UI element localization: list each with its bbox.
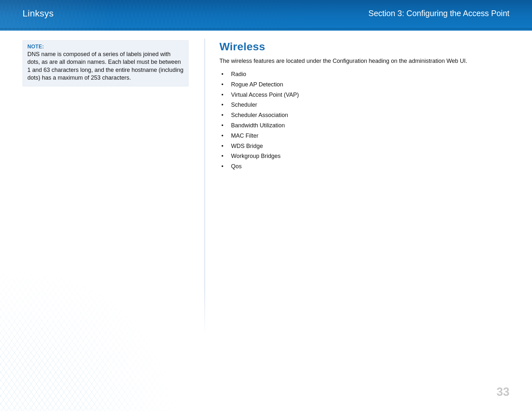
list-item: WDS Bridge [219, 142, 484, 151]
list-item: Radio [219, 70, 484, 79]
wireless-intro: The wireless features are located under … [219, 57, 484, 65]
page-header: Linksys Section 3: Configuring the Acces… [0, 0, 532, 31]
list-item: MAC Filter [219, 131, 484, 141]
list-item: Rogue AP Detection [219, 80, 484, 89]
list-item: Workgroup Bridges [219, 152, 484, 161]
note-box: NOTE: DNS name is composed of a series o… [23, 40, 189, 86]
right-column: Wireless The wireless features are locat… [205, 40, 509, 335]
note-label: NOTE: [27, 44, 184, 50]
list-item: Scheduler Association [219, 111, 484, 120]
list-item: Virtual Access Point (VAP) [219, 90, 484, 100]
wireless-heading: Wireless [219, 40, 484, 53]
page-number: 33 [497, 385, 509, 399]
feature-list: Radio Rogue AP Detection Virtual Access … [219, 70, 484, 171]
brand-label: Linksys [23, 8, 54, 23]
list-item: Bandwidth Utilization [219, 121, 484, 130]
note-text: DNS name is composed of a series of labe… [27, 50, 184, 82]
list-item: Qos [219, 162, 484, 171]
list-item: Scheduler [219, 100, 484, 110]
content-area: NOTE: DNS name is composed of a series o… [0, 31, 532, 335]
section-title: Section 3: Configuring the Access Point [368, 9, 509, 22]
left-column: NOTE: DNS name is composed of a series o… [23, 40, 205, 335]
